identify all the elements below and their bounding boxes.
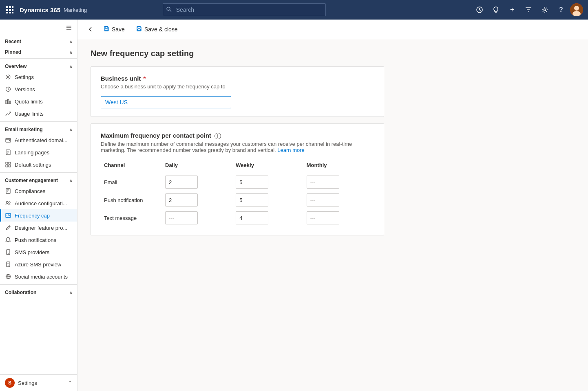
freq-input-monthly-1[interactable] xyxy=(307,193,339,206)
landing-pages-icon xyxy=(5,149,11,156)
svg-rect-24 xyxy=(9,101,11,104)
frequency-card: Maximum frequency per contact point i De… xyxy=(91,123,384,235)
sidebar-item-audience-config[interactable]: Audience configurati... xyxy=(0,197,77,209)
save-close-icon xyxy=(136,26,142,33)
col-channel: Channel xyxy=(101,160,162,173)
sidebar-item-versions[interactable]: Versions xyxy=(0,83,77,95)
add-nav-icon[interactable]: + xyxy=(505,2,519,17)
user-avatar[interactable] xyxy=(570,3,583,16)
help-nav-icon[interactable]: ? xyxy=(554,2,568,17)
customer-engagement-chevron: ∧ xyxy=(69,178,72,183)
designer-feature-icon xyxy=(5,224,11,231)
sidebar-item-push-notifications[interactable]: Push notifications xyxy=(0,234,77,246)
frequency-info-icon[interactable]: i xyxy=(214,133,221,139)
svg-rect-32 xyxy=(9,162,11,164)
sidebar-item-social-media[interactable]: Social media accounts xyxy=(0,270,77,283)
learn-more-link[interactable]: Learn more xyxy=(277,147,304,153)
sidebar: Recent ∧ Pinned ∧ Overview ∧ Settings xyxy=(0,20,77,391)
sidebar-item-designer-feature[interactable]: Designer feature pro... xyxy=(0,222,77,234)
svg-rect-4 xyxy=(9,9,11,11)
table-row: Email xyxy=(101,173,374,191)
col-daily: Daily xyxy=(162,160,232,173)
sidebar-section-customer-engagement[interactable]: Customer engagement ∧ xyxy=(0,174,77,185)
svg-rect-55 xyxy=(137,29,140,31)
save-close-button[interactable]: Save & close xyxy=(131,23,183,35)
sidebar-section-email-marketing[interactable]: Email marketing ∧ xyxy=(0,123,77,134)
cell-daily xyxy=(162,209,232,227)
grid-icon[interactable] xyxy=(5,5,15,15)
svg-rect-54 xyxy=(138,26,140,28)
top-navigation: Dynamics 365 Marketing + xyxy=(0,0,588,20)
cell-daily xyxy=(162,173,232,191)
svg-point-15 xyxy=(574,6,579,11)
freq-input-daily-1[interactable] xyxy=(165,193,198,206)
sidebar-item-azure-sms[interactable]: Azure SMS preview xyxy=(0,258,77,270)
main-content: Save Save & close New frequency cap sett… xyxy=(77,20,588,391)
cell-monthly xyxy=(303,209,374,227)
sidebar-section-recent[interactable]: Recent ∧ xyxy=(0,35,77,46)
business-unit-input[interactable] xyxy=(101,96,231,108)
freq-input-daily-0[interactable] xyxy=(165,176,198,189)
page-title: New frequency cap setting xyxy=(91,49,575,58)
svg-rect-25 xyxy=(6,138,11,142)
svg-rect-23 xyxy=(8,99,9,104)
freq-input-daily-2[interactable] xyxy=(165,211,198,224)
sidebar-item-default-settings[interactable]: Default settings xyxy=(0,158,77,171)
social-media-icon xyxy=(5,273,11,280)
sidebar-item-settings[interactable]: Settings xyxy=(0,71,77,83)
svg-rect-2 xyxy=(12,6,13,8)
overview-chevron: ∧ xyxy=(69,64,72,69)
sidebar-item-compliances[interactable]: Compliances xyxy=(0,185,77,197)
bulb-nav-icon[interactable] xyxy=(489,2,503,17)
freq-input-weekly-1[interactable] xyxy=(236,193,268,206)
sidebar-item-quota-limits[interactable]: Quota limits xyxy=(0,95,77,108)
svg-rect-31 xyxy=(6,162,8,164)
quota-limits-icon xyxy=(5,98,11,105)
sidebar-item-sms-providers[interactable]: SMS providers xyxy=(0,246,77,258)
sidebar-section-pinned[interactable]: Pinned ∧ xyxy=(0,46,77,57)
search-container xyxy=(163,3,326,16)
svg-rect-5 xyxy=(12,9,13,11)
back-button[interactable] xyxy=(84,23,97,36)
cell-monthly xyxy=(303,173,374,191)
col-weekly: Weekly xyxy=(232,160,303,173)
filter-nav-icon[interactable] xyxy=(521,2,536,17)
email-marketing-chevron: ∧ xyxy=(69,127,72,132)
freq-input-monthly-2[interactable] xyxy=(307,211,339,224)
collaboration-chevron: ∧ xyxy=(69,290,72,295)
toolbar: Save Save & close xyxy=(77,20,588,39)
save-button[interactable]: Save xyxy=(99,23,130,35)
table-row: Text message xyxy=(101,209,374,227)
svg-point-13 xyxy=(544,9,546,11)
frequency-table: Channel Daily Weekly Monthly EmailPush n… xyxy=(101,160,374,227)
sidebar-collapse-icon[interactable] xyxy=(66,24,72,32)
business-unit-card: Business unit * Choose a business unit t… xyxy=(91,66,384,117)
sidebar-item-landing-pages[interactable]: Landing pages xyxy=(0,146,77,158)
required-star: * xyxy=(141,75,146,82)
cell-channel: Text message xyxy=(101,209,162,227)
push-notifications-icon xyxy=(5,237,11,243)
sidebar-item-usage-limits[interactable]: Usage limits xyxy=(0,108,77,120)
cell-channel: Push notification xyxy=(101,191,162,209)
freq-input-weekly-2[interactable] xyxy=(236,211,268,224)
sidebar-item-frequency-cap[interactable]: Frequency cap xyxy=(0,209,77,222)
search-input[interactable] xyxy=(163,3,326,16)
app-brand: Dynamics 365 Marketing xyxy=(20,7,87,13)
svg-rect-8 xyxy=(12,12,13,13)
freq-input-monthly-0[interactable] xyxy=(307,176,339,189)
freq-input-weekly-0[interactable] xyxy=(236,176,268,189)
recent-chevron: ∧ xyxy=(69,40,72,44)
cell-channel: Email xyxy=(101,173,162,191)
settings-nav-icon[interactable] xyxy=(537,2,552,17)
svg-point-39 xyxy=(7,202,9,204)
svg-rect-53 xyxy=(105,29,108,31)
sidebar-section-collaboration[interactable]: Collaboration ∧ xyxy=(0,286,77,297)
sidebar-section-overview[interactable]: Overview ∧ xyxy=(0,60,77,71)
cell-weekly xyxy=(232,191,303,209)
default-settings-icon xyxy=(5,161,11,168)
svg-rect-6 xyxy=(6,12,8,13)
svg-rect-1 xyxy=(9,6,11,8)
sidebar-item-authenticated-domain[interactable]: Authenticated domai... xyxy=(0,134,77,146)
circle-nav-icon[interactable] xyxy=(472,2,487,17)
bottom-settings[interactable]: S Settings ⌃ xyxy=(0,374,77,391)
